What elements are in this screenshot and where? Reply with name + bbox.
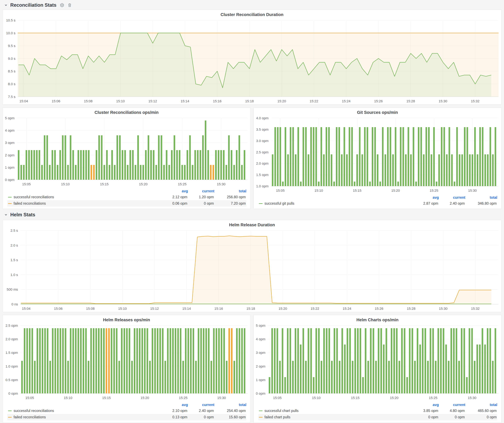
svg-text:15:10: 15:10	[118, 307, 127, 311]
svg-text:15:10: 15:10	[314, 189, 323, 193]
panel-title[interactable]: Helm Releases ops/min	[3, 315, 251, 323]
svg-text:15:08: 15:08	[84, 99, 93, 103]
helm-charts-opm-chart[interactable]: 15:0515:1015:1515:2015:2515:305 opm4 opm…	[253, 323, 501, 401]
svg-text:9.5 s: 9.5 s	[8, 44, 15, 48]
legend-row-successful-chart-pulls: successful chart pulls 3.85 opm 4.80 opm…	[258, 408, 497, 414]
section-header-reconciliation-stats[interactable]: Reconciliation Stats	[2, 1, 502, 10]
legend: avg current total successful reconciliat…	[3, 188, 251, 209]
legend-total-value: 7.20 opm	[214, 201, 246, 206]
svg-text:15:18: 15:18	[245, 99, 254, 103]
section-header-helm-stats[interactable]: Helm Stats	[2, 210, 502, 219]
svg-text:15:10: 15:10	[312, 396, 321, 400]
series-label[interactable]: successful git pulls	[264, 201, 412, 206]
svg-text:15:10: 15:10	[116, 99, 125, 103]
legend-col-total[interactable]: total	[465, 403, 497, 407]
svg-text:2 opm: 2 opm	[5, 153, 14, 157]
svg-text:15:25: 15:25	[178, 182, 186, 186]
series-color-swatch	[259, 411, 263, 411]
helm-releases-opm-chart[interactable]: 15:0515:1015:1515:2015:2515:302.5 opm2.0…	[3, 323, 251, 401]
svg-text:15:22: 15:22	[310, 99, 318, 103]
svg-text:15:26: 15:26	[375, 307, 383, 311]
legend-col-current[interactable]: current	[188, 189, 215, 193]
series-label[interactable]: successful chart pulls	[264, 409, 412, 413]
svg-text:15:12: 15:12	[148, 99, 157, 103]
svg-text:15:15: 15:15	[353, 189, 361, 193]
panel-title[interactable]: Helm Release Duration	[3, 220, 501, 228]
svg-text:1.0 opm: 1.0 opm	[256, 184, 269, 188]
legend-col-total[interactable]: total	[215, 189, 246, 193]
legend-col-total[interactable]: total	[465, 195, 497, 200]
trash-icon[interactable]	[68, 3, 72, 7]
legend-row-failed-reconciliations: failed reconciliations 0.13 opm 0 opm 15…	[7, 414, 246, 420]
panel-title[interactable]: Git Sources ops/min	[253, 108, 501, 116]
svg-text:15:30: 15:30	[217, 396, 226, 400]
legend-col-total[interactable]: total	[215, 403, 246, 407]
legend-col-current[interactable]: current	[439, 195, 465, 200]
series-label[interactable]: failed reconciliations	[13, 415, 161, 419]
panel-title[interactable]: Cluster Reconciliations ops/min	[3, 108, 251, 116]
panel-git-sources-opm: Git Sources ops/min 15:0515:1015:1515:20…	[253, 107, 502, 209]
svg-text:15:14: 15:14	[181, 99, 189, 103]
svg-text:15:32: 15:32	[471, 307, 480, 311]
svg-text:15:15: 15:15	[102, 396, 111, 400]
legend-avg-value: 3.85 opm	[412, 409, 438, 413]
legend-current-value: 0 opm	[187, 201, 214, 206]
svg-text:2.0 opm: 2.0 opm	[6, 337, 18, 341]
legend-row-successful-reconciliations: successful reconciliations 2.12 opm 1.20…	[7, 194, 246, 200]
panel-title[interactable]: Cluster Reconciliation Duration	[3, 10, 501, 18]
series-label[interactable]: failed chart pulls	[264, 415, 412, 419]
svg-text:4 opm: 4 opm	[5, 129, 14, 132]
legend-total-value: 254.40 opm	[214, 409, 246, 413]
svg-text:8.5 s: 8.5 s	[8, 69, 15, 73]
svg-text:1.5 s: 1.5 s	[11, 258, 18, 262]
panel-helm-charts-opm: Helm Charts ops/min 15:0515:1015:1515:20…	[253, 315, 502, 423]
series-label[interactable]: failed reconciliations	[13, 201, 161, 206]
svg-text:15:25: 15:25	[430, 189, 438, 193]
cluster-reconciliations-opm-chart[interactable]: 15:0515:1015:1515:2015:2515:305 opm4 opm…	[3, 116, 251, 188]
panel-cluster-reconciliations-opm: Cluster Reconciliations ops/min 15:0515:…	[2, 107, 251, 209]
legend-col-avg[interactable]: avg	[162, 403, 188, 407]
legend-col-avg[interactable]: avg	[412, 195, 439, 200]
panel-helm-release-duration: Helm Release Duration 15:0415:0615:0815:…	[2, 220, 502, 312]
gear-icon[interactable]	[60, 3, 64, 7]
svg-text:10.0 s: 10.0 s	[6, 31, 15, 35]
series-color-swatch	[8, 203, 12, 204]
svg-text:15:20: 15:20	[139, 182, 148, 186]
svg-text:0.5 opm: 0.5 opm	[6, 378, 18, 382]
svg-text:3.0 opm: 3.0 opm	[256, 139, 269, 143]
section-title-helm-stats: Helm Stats	[10, 212, 35, 217]
legend-avg-value: 0.13 opm	[161, 415, 187, 419]
legend-col-current[interactable]: current	[439, 403, 465, 407]
svg-text:15:04: 15:04	[22, 307, 30, 311]
legend-col-current[interactable]: current	[188, 403, 215, 407]
svg-text:4 opm: 4 opm	[256, 337, 265, 341]
series-label[interactable]: successful reconciliations	[13, 195, 161, 199]
legend-total-value: 346.80 opm	[465, 201, 497, 206]
git-sources-opm-chart[interactable]: 15:0515:1015:1515:2015:2515:304.0 opm3.5…	[253, 116, 501, 194]
svg-text:8.0 s: 8.0 s	[8, 82, 15, 86]
legend-avg-value: 2.12 opm	[161, 195, 187, 199]
svg-text:15:04: 15:04	[19, 99, 28, 103]
svg-text:15:30: 15:30	[217, 182, 226, 186]
svg-text:15:32: 15:32	[471, 99, 479, 103]
svg-text:1.5 opm: 1.5 opm	[256, 173, 269, 177]
legend-col-avg[interactable]: avg	[412, 403, 439, 407]
svg-text:15:20: 15:20	[277, 99, 286, 103]
legend-col-avg[interactable]: avg	[162, 189, 188, 193]
svg-text:1.0 s: 1.0 s	[11, 273, 18, 277]
series-label[interactable]: successful reconciliations	[13, 409, 161, 413]
dashboard: Reconciliation Stats Cluster Reconciliat…	[0, 0, 504, 423]
svg-text:15:20: 15:20	[390, 396, 398, 400]
helm-release-duration-chart[interactable]: 15:0415:0615:0815:1015:1215:1415:1615:18…	[3, 228, 501, 312]
svg-text:15:12: 15:12	[150, 307, 159, 311]
legend-row-successful-git-pulls: successful git pulls 2.87 opm 2.40 opm 3…	[258, 200, 497, 207]
svg-text:15:28: 15:28	[407, 307, 415, 311]
legend-current-value: 2.40 opm	[438, 201, 465, 206]
chevron-down-icon	[4, 213, 8, 217]
legend-header: avg current total	[258, 402, 497, 408]
panel-title[interactable]: Helm Charts ops/min	[253, 315, 501, 323]
legend: avg current total successful chart pulls…	[253, 401, 501, 423]
series-color-swatch	[259, 417, 263, 417]
svg-text:3.5 opm: 3.5 opm	[256, 128, 269, 131]
cluster-reconciliation-duration-chart[interactable]: 15:0415:0615:0815:1015:1215:1415:1615:18…	[3, 18, 501, 105]
